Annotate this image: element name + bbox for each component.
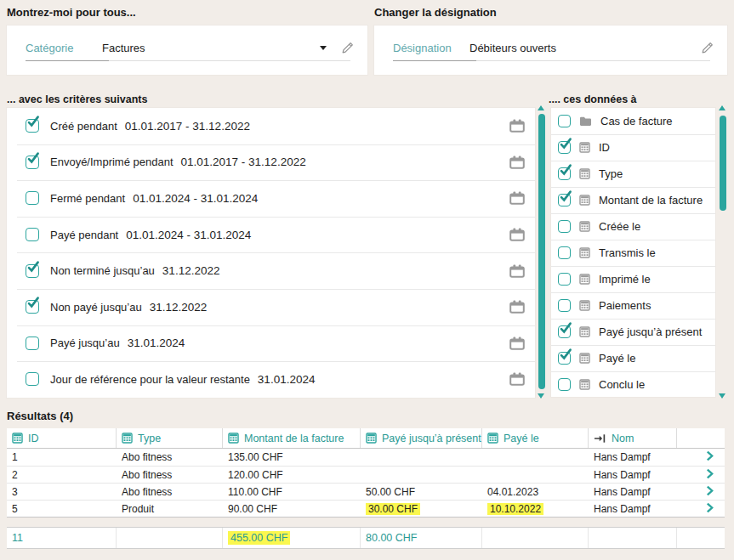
criteria-section-title: ... avec les critères suivants: [7, 93, 147, 105]
table-icon: [487, 433, 498, 444]
criteria-date-value[interactable]: 31.12.2022: [162, 264, 220, 277]
footer-cell: [589, 528, 677, 548]
scroll-up-icon[interactable]: [719, 105, 725, 110]
column-header-pay-jusqu-pr-sent[interactable]: Payé jusqu’à présent: [361, 428, 482, 448]
criteria-date-value[interactable]: 31.01.2024: [128, 337, 185, 349]
calendar-icon[interactable]: [509, 191, 525, 205]
column-header-pay-le[interactable]: Payé le: [482, 428, 589, 448]
calendar-icon[interactable]: [509, 337, 525, 350]
field-label: Montant de la facture: [599, 194, 703, 206]
table-icon: [579, 221, 590, 232]
criteria-date-value[interactable]: 01.01.2024 - 31.01.2024: [126, 229, 251, 241]
checkbox[interactable]: [26, 264, 39, 278]
criteria-scrollbar-thumb[interactable]: [538, 114, 545, 389]
checkbox[interactable]: [558, 378, 571, 391]
row-detail-button[interactable]: [677, 502, 725, 516]
checkbox[interactable]: [558, 352, 571, 365]
field-label: Transmis le: [599, 246, 656, 259]
designation-value[interactable]: Débiteurs ouverts: [469, 42, 700, 54]
column-header-type[interactable]: Type: [117, 428, 223, 448]
chevron-down-icon[interactable]: [320, 46, 327, 50]
table-cell: Abo fitness: [117, 469, 223, 481]
criteria-row: Non payé jusqu’au31.12.2022: [7, 289, 535, 325]
checkbox[interactable]: [558, 246, 571, 259]
criteria-label: Payé pendant: [50, 229, 118, 241]
column-header-label: Payé le: [504, 433, 539, 444]
fields-scrollbar-thumb[interactable]: [720, 116, 726, 211]
criteria-scrollbar[interactable]: [538, 105, 545, 399]
checkbox[interactable]: [26, 300, 39, 314]
criteria-date-value[interactable]: 31.01.2024: [258, 373, 316, 386]
table-icon: [228, 433, 239, 444]
footer-cell: 455.00 CHF: [223, 528, 361, 548]
edit-category-icon[interactable]: [340, 41, 354, 54]
criteria-date-value[interactable]: 01.01.2017 - 31.12.2022: [181, 156, 306, 168]
calendar-icon[interactable]: [509, 372, 525, 386]
footer-cell: [117, 528, 223, 548]
calendar-icon[interactable]: [509, 264, 525, 278]
scroll-up-icon[interactable]: [538, 105, 544, 110]
table-icon: [579, 326, 590, 337]
table-cell: 30.00 CHF: [361, 503, 482, 515]
scroll-down-icon[interactable]: [538, 393, 544, 399]
checkbox[interactable]: [26, 191, 39, 205]
row-detail-button[interactable]: [677, 485, 725, 499]
calendar-icon[interactable]: [509, 119, 525, 133]
fields-section-title: .... ces données à: [549, 93, 637, 105]
criteria-row: Non terminé jusqu’au31.12.2022: [7, 252, 535, 289]
table-icon: [12, 433, 23, 444]
field-underline: [393, 60, 710, 61]
column-header-nom[interactable]: Nom: [589, 428, 677, 448]
criteria-date-value[interactable]: 01.01.2017 - 31.12.2022: [125, 120, 250, 133]
checkbox[interactable]: [26, 372, 39, 386]
fields-scrollbar[interactable]: [719, 105, 726, 399]
table-icon: [122, 433, 133, 444]
checkbox[interactable]: [558, 325, 571, 338]
criteria-date-value[interactable]: 01.01.2024 - 31.01.2024: [133, 192, 258, 205]
row-detail-button[interactable]: [677, 468, 725, 482]
field-label: Paiements: [599, 299, 651, 312]
column-header-id[interactable]: ID: [7, 428, 117, 448]
category-label: Catégorie: [26, 42, 102, 54]
table-icon: [366, 433, 377, 444]
criteria-label: Fermé pendant: [50, 192, 125, 205]
checkbox[interactable]: [558, 220, 571, 233]
column-header-montant-de-la-facture[interactable]: Montant de la facture: [223, 428, 361, 448]
footer-cell: [482, 528, 589, 548]
criteria-row: Créé pendant01.01.2017 - 31.12.2022: [7, 108, 535, 144]
checkbox[interactable]: [26, 228, 39, 241]
checkbox[interactable]: [558, 273, 571, 286]
table-row[interactable]: 5Produit90.00 CHF30.00 CHF10.10.2022Hans…: [7, 500, 725, 517]
checkbox[interactable]: [558, 141, 571, 154]
calendar-icon[interactable]: [509, 300, 525, 314]
designation-card: Désignation Débiteurs ouverts: [374, 25, 727, 75]
category-value[interactable]: Factures: [102, 42, 320, 54]
field-item: Imprimé le: [551, 266, 715, 292]
checkbox[interactable]: [558, 115, 571, 127]
criteria-date-value[interactable]: 31.12.2022: [150, 301, 208, 314]
table-cell: 110.00 CHF: [223, 486, 361, 498]
scroll-down-icon[interactable]: [719, 393, 725, 399]
table-row[interactable]: 3Abo fitness110.00 CHF50.00 CHF04.01.202…: [7, 483, 725, 500]
checkbox[interactable]: [558, 167, 571, 180]
checkbox[interactable]: [558, 194, 571, 206]
arrow-to-bar-icon: [594, 433, 606, 444]
criteria-label: Créé pendant: [50, 120, 117, 133]
column-header-empty[interactable]: [677, 428, 725, 448]
field-item: Conclu le: [551, 371, 715, 397]
checkbox[interactable]: [558, 299, 571, 312]
calendar-icon[interactable]: [509, 156, 525, 169]
criteria-label: Jour de référence pour la valeur restant…: [50, 373, 250, 386]
table-row[interactable]: 2Abo fitness120.00 CHFHans Dampf: [7, 466, 725, 483]
checkbox[interactable]: [26, 156, 39, 169]
calendar-icon[interactable]: [509, 228, 525, 241]
designation-label: Désignation: [393, 42, 469, 54]
checkbox[interactable]: [26, 119, 39, 133]
field-item: Créée le: [551, 213, 715, 240]
checkbox[interactable]: [26, 337, 39, 350]
criteria-panel: Créé pendant01.01.2017 - 31.12.2022 Envo…: [7, 108, 535, 398]
edit-designation-icon[interactable]: [700, 41, 714, 54]
row-detail-button[interactable]: [677, 450, 725, 464]
field-item: Montant de la facture: [551, 187, 715, 213]
table-row[interactable]: 1Abo fitness135.00 CHFHans Dampf: [7, 449, 725, 466]
